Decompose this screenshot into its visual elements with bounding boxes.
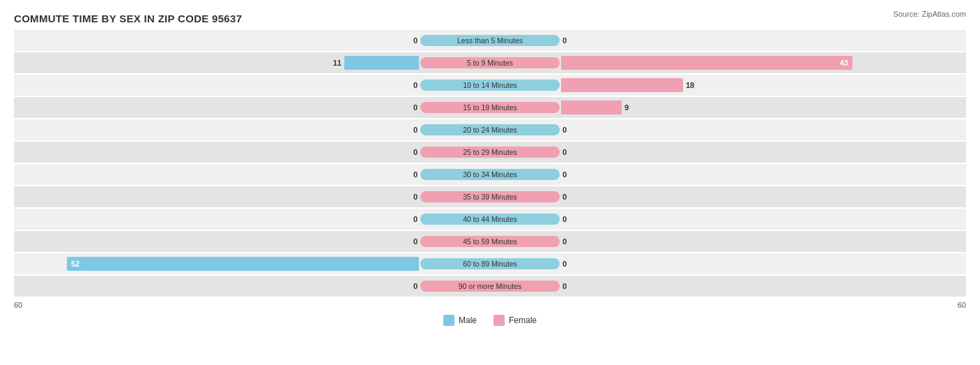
right-half: 0 bbox=[560, 30, 966, 51]
chart-row: 020 to 24 Minutes0 bbox=[14, 119, 966, 140]
right-half: 0 bbox=[560, 276, 966, 297]
legend: Male Female bbox=[14, 315, 966, 326]
chart-row: 030 to 34 Minutes0 bbox=[14, 164, 966, 185]
left-half: 0 bbox=[14, 97, 420, 118]
left-half: 0 bbox=[14, 186, 420, 207]
row-label: 5 to 9 Minutes bbox=[420, 57, 560, 68]
right-half: 0 bbox=[560, 186, 966, 207]
male-label: Male bbox=[459, 315, 477, 325]
left-half: 11 bbox=[14, 52, 420, 73]
chart-row: 0Less than 5 Minutes0 bbox=[14, 30, 966, 51]
chart-row: 025 to 29 Minutes0 bbox=[14, 142, 966, 163]
row-label: 30 to 34 Minutes bbox=[420, 169, 560, 180]
row-label: 15 to 19 Minutes bbox=[420, 102, 560, 113]
left-half: 0 bbox=[14, 119, 420, 140]
row-label: 35 to 39 Minutes bbox=[420, 191, 560, 202]
chart-row: 115 to 9 Minutes43 bbox=[14, 52, 966, 73]
row-label: 20 to 24 Minutes bbox=[420, 124, 560, 135]
chart-row: 040 to 44 Minutes0 bbox=[14, 209, 966, 230]
male-swatch bbox=[443, 315, 454, 326]
right-half: 9 bbox=[560, 97, 966, 118]
right-half: 0 bbox=[560, 253, 966, 274]
left-axis-label: 60 bbox=[14, 301, 22, 309]
left-half: 0 bbox=[14, 209, 420, 230]
left-half: 52 bbox=[14, 253, 420, 274]
left-half: 0 bbox=[14, 30, 420, 51]
right-half: 0 bbox=[560, 164, 966, 185]
rows-container: 0Less than 5 Minutes0115 to 9 Minutes430… bbox=[14, 30, 966, 297]
chart-container: COMMUTE TIME BY SEX IN ZIP CODE 95637 So… bbox=[0, 0, 980, 365]
left-half: 0 bbox=[14, 164, 420, 185]
right-half: 0 bbox=[560, 142, 966, 163]
left-half: 0 bbox=[14, 75, 420, 96]
axis-labels: 60 60 bbox=[14, 298, 966, 311]
source-label: Source: ZipAtlas.com bbox=[893, 10, 966, 18]
chart-row: 010 to 14 Minutes18 bbox=[14, 75, 966, 96]
chart-title: COMMUTE TIME BY SEX IN ZIP CODE 95637 bbox=[14, 13, 966, 24]
right-half: 18 bbox=[560, 75, 966, 96]
female-label: Female bbox=[509, 315, 537, 325]
legend-female: Female bbox=[493, 315, 537, 326]
right-half: 43 bbox=[560, 52, 966, 73]
left-half: 0 bbox=[14, 231, 420, 252]
left-half: 0 bbox=[14, 276, 420, 297]
right-half: 0 bbox=[560, 231, 966, 252]
left-half: 0 bbox=[14, 142, 420, 163]
chart-row: 045 to 59 Minutes0 bbox=[14, 231, 966, 252]
chart-wrapper: 0Less than 5 Minutes0115 to 9 Minutes430… bbox=[14, 30, 966, 311]
chart-row: 015 to 19 Minutes9 bbox=[14, 97, 966, 118]
legend-male: Male bbox=[443, 315, 477, 326]
right-half: 0 bbox=[560, 209, 966, 230]
chart-row: 090 or more Minutes0 bbox=[14, 276, 966, 297]
row-label: 45 to 59 Minutes bbox=[420, 236, 560, 247]
female-swatch bbox=[493, 315, 505, 326]
row-label: 90 or more Minutes bbox=[420, 281, 560, 292]
row-label: 10 to 14 Minutes bbox=[420, 80, 560, 91]
chart-row: 5260 to 89 Minutes0 bbox=[14, 253, 966, 274]
row-label: 25 to 29 Minutes bbox=[420, 147, 560, 158]
row-label: 40 to 44 Minutes bbox=[420, 214, 560, 225]
row-label: Less than 5 Minutes bbox=[420, 35, 560, 46]
chart-row: 035 to 39 Minutes0 bbox=[14, 186, 966, 207]
right-half: 0 bbox=[560, 119, 966, 140]
row-label: 60 to 89 Minutes bbox=[420, 258, 560, 269]
right-axis-label: 60 bbox=[958, 301, 966, 309]
